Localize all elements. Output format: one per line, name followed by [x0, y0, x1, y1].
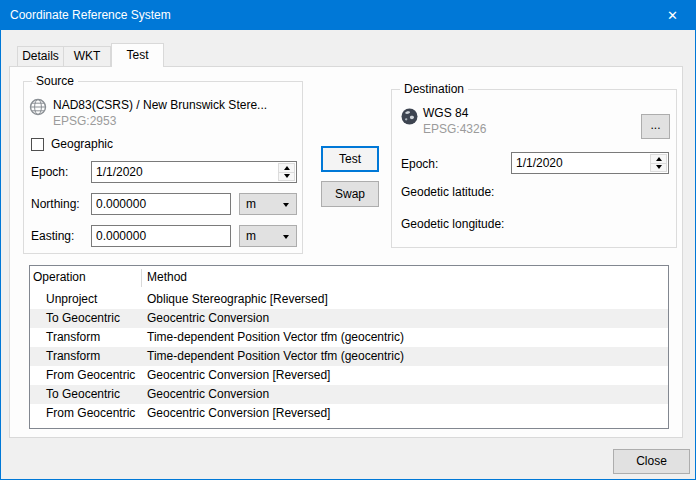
browse-button[interactable]: ... [641, 114, 670, 139]
crs-dialog: Coordinate Reference System ✕ Details WK… [0, 0, 696, 480]
operation-cell: From Geocentric [46, 366, 135, 385]
destination-crs-code: EPSG:4326 [423, 122, 486, 136]
operation-cell: To Geocentric [46, 385, 120, 404]
close-icon[interactable]: ✕ [650, 1, 695, 30]
method-cell: Time-dependent Position Vector tfm (geoc… [147, 347, 404, 366]
column-separator[interactable] [141, 269, 142, 287]
table-row[interactable]: From GeocentricGeocentric Conversion [Re… [30, 366, 668, 385]
geodetic-latitude-label: Geodetic latitude: [401, 185, 494, 199]
destination-epoch-label: Epoch: [401, 157, 438, 171]
table-row[interactable]: TransformTime-dependent Position Vector … [30, 347, 668, 366]
destination-epoch-spin-down-button[interactable] [650, 164, 667, 173]
source-epoch-spin-down-button[interactable] [278, 173, 295, 182]
titlebar[interactable]: Coordinate Reference System ✕ [1, 1, 695, 30]
method-cell: Geocentric Conversion [147, 309, 269, 328]
method-cell: Time-dependent Position Vector tfm (geoc… [147, 328, 404, 347]
destination-epoch-field [511, 152, 669, 174]
destination-epoch-spin-up-button[interactable] [650, 154, 667, 164]
arrow-down-icon [656, 165, 662, 169]
table-row[interactable]: TransformTime-dependent Position Vector … [30, 328, 668, 347]
source-epoch-label: Epoch: [31, 165, 68, 179]
arrow-up-icon [284, 166, 290, 170]
column-header-method[interactable]: Method [147, 270, 187, 284]
source-crs-name: NAD83(CSRS) / New Brunswick Stere... [53, 98, 267, 112]
tab-details[interactable]: Details [17, 46, 64, 67]
tab-wkt[interactable]: WKT [64, 46, 111, 67]
table-row[interactable]: To GeocentricGeocentric Conversion [30, 309, 668, 328]
operation-cell: Transform [46, 347, 100, 366]
operation-cell: To Geocentric [46, 309, 120, 328]
source-epoch-field [91, 161, 297, 183]
chevron-down-icon [283, 203, 289, 207]
destination-epoch-input[interactable] [512, 153, 668, 173]
easting-unit-select[interactable]: m [239, 225, 297, 247]
table-row[interactable]: To GeocentricGeocentric Conversion [30, 385, 668, 404]
destination-crs-name: WGS 84 [423, 106, 468, 120]
globe-dark-icon [401, 108, 418, 125]
arrow-down-icon [284, 174, 290, 178]
table-row[interactable]: From GeocentricGeocentric Conversion [Re… [30, 404, 668, 423]
source-group-label: Source [32, 74, 78, 88]
arrow-up-icon [656, 157, 662, 161]
geographic-label: Geographic [51, 137, 113, 151]
operations-table-header: Operation Method [30, 266, 668, 290]
tab-test[interactable]: Test [111, 43, 164, 67]
easting-field [91, 225, 231, 247]
operation-cell: From Geocentric [46, 404, 135, 423]
source-crs-code: EPSG:2953 [53, 114, 116, 128]
northing-field [91, 193, 231, 215]
window-title: Coordinate Reference System [10, 8, 171, 22]
operation-cell: Transform [46, 328, 100, 347]
source-epoch-input[interactable] [92, 162, 296, 182]
easting-input[interactable] [92, 226, 230, 246]
close-button[interactable]: Close [613, 449, 690, 474]
method-cell: Geocentric Conversion [Reversed] [147, 404, 330, 423]
easting-label: Easting: [31, 229, 74, 243]
source-epoch-spin-up-button[interactable] [278, 163, 295, 173]
test-button[interactable]: Test [321, 146, 379, 172]
geodetic-longitude-label: Geodetic longitude: [401, 217, 504, 231]
operations-table: Operation Method UnprojectOblique Stereo… [29, 265, 669, 429]
northing-label: Northing: [31, 197, 80, 211]
method-cell: Geocentric Conversion [Reversed] [147, 366, 330, 385]
geographic-checkbox[interactable] [31, 138, 44, 151]
destination-group-label: Destination [400, 82, 468, 96]
northing-input[interactable] [92, 194, 230, 214]
operation-cell: Unproject [46, 290, 97, 309]
operations-rows: UnprojectOblique Stereographic [Reversed… [30, 290, 668, 423]
chevron-down-icon [283, 235, 289, 239]
northing-unit-select[interactable]: m [239, 193, 297, 215]
northing-unit-value: m [246, 197, 256, 211]
method-cell: Geocentric Conversion [147, 385, 269, 404]
swap-button[interactable]: Swap [321, 181, 379, 207]
easting-unit-value: m [246, 229, 256, 243]
globe-wireframe-icon [29, 98, 47, 116]
column-header-operation[interactable]: Operation [33, 270, 86, 284]
method-cell: Oblique Stereographic [Reversed] [147, 290, 328, 309]
table-row[interactable]: UnprojectOblique Stereographic [Reversed… [30, 290, 668, 309]
